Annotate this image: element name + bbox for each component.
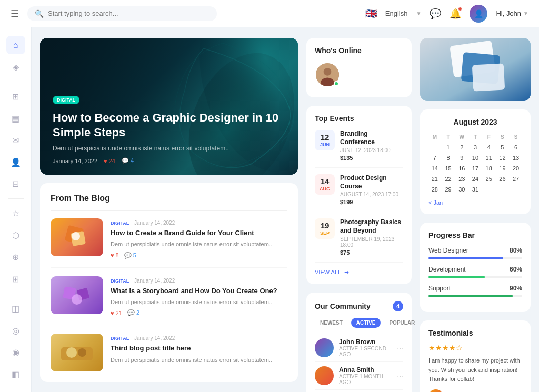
member-avatar (315, 366, 334, 385)
cal-day[interactable]: 11 (483, 153, 495, 163)
cal-day[interactable]: 14 (428, 164, 441, 173)
blog-item-title[interactable]: How to Create a Brand Guide for Your Cli… (111, 228, 287, 238)
cal-day[interactable]: 4 (483, 143, 495, 152)
cal-day[interactable]: 9 (455, 153, 468, 163)
blog-item-date: January 14, 2022 (134, 335, 175, 341)
member-options-icon[interactable]: ··· (397, 344, 403, 352)
cal-day[interactable]: 24 (469, 174, 482, 184)
blog-item-desc: Dem ut perspiciatis unde omnis iste natu… (111, 240, 287, 249)
search-input[interactable] (48, 9, 209, 17)
blog-comment-icon[interactable]: 💬 2 (127, 309, 139, 316)
hero-title: How to Become a Graphic Designer in 10 S… (53, 110, 285, 140)
language-flag: 🇬🇧 (365, 8, 377, 19)
sidebar-item-pin[interactable]: ⊕ (6, 248, 25, 266)
cal-header: W (455, 133, 468, 142)
sidebar-item-star[interactable]: ☆ (6, 204, 25, 223)
sidebar-item-home[interactable]: ⌂ (6, 36, 25, 54)
member-status: ACTIVE 1 MONTH AGO (339, 374, 392, 385)
blog-like-icon[interactable]: ♥ 21 (111, 310, 122, 316)
event-name[interactable]: Branding Conference (340, 130, 403, 146)
user-greeting-text: Hi, John (496, 9, 521, 17)
user-menu[interactable]: Hi, John ▼ (496, 9, 528, 17)
sidebar-item-search[interactable]: ◎ (6, 321, 25, 340)
cal-day[interactable]: 1 (442, 143, 455, 152)
menu-icon[interactable]: ☰ (11, 8, 19, 19)
nav-right: 🇬🇧 English ▼ 💬 🔔 👤 Hi, John ▼ (365, 5, 528, 23)
blog-item-title[interactable]: Third blog post title here (111, 344, 287, 353)
blog-comment-icon[interactable]: 💬 5 (124, 252, 136, 259)
blog-item-date: January 14, 2022 (134, 278, 175, 284)
event-meta: JUNE 12, 2023 18:00 (340, 147, 403, 153)
community-member: John Brown ACTIVE 1 SECOND AGO ··· (315, 334, 403, 362)
cal-day[interactable]: 17 (469, 164, 482, 173)
tab-popular[interactable]: POPULAR (384, 318, 420, 328)
cal-day[interactable]: 15 (442, 164, 455, 173)
sidebar-item-globe[interactable]: ◉ (6, 343, 25, 361)
sidebar-item-mail[interactable]: ✉ (6, 131, 25, 149)
cal-day[interactable]: 5 (496, 143, 509, 152)
sidebar-item-user[interactable]: 👤 (6, 153, 25, 171)
top-events-title: Top Events (315, 114, 403, 123)
cal-day[interactable]: 2 (455, 143, 468, 152)
language-label[interactable]: English (385, 9, 408, 17)
cal-day[interactable]: 23 (455, 174, 468, 184)
cal-day[interactable]: 27 (510, 174, 522, 184)
cal-day[interactable]: 22 (442, 174, 455, 184)
blog-item-desc: Dem ut perspiciatis unde omnis iste natu… (111, 356, 287, 365)
blog-divider (51, 210, 287, 211)
cal-day[interactable]: 10 (469, 153, 482, 163)
blog-item-meta: ♥ 21 💬 2 (111, 309, 287, 316)
event-name[interactable]: Photography Basics and Beyond (340, 218, 403, 235)
calendar-grid: M T W T F S S 1 2 3 4 5 6 7 8 9 (428, 133, 522, 194)
view-all-button[interactable]: VIEW ALL ➜ (315, 269, 403, 276)
sidebar-item-bag[interactable]: ◫ (6, 299, 25, 318)
cal-day[interactable]: 29 (442, 185, 455, 194)
cal-day[interactable]: 18 (483, 164, 495, 173)
calendar-prev-btn[interactable]: < Jan (428, 199, 443, 206)
cal-day[interactable]: 13 (510, 153, 522, 163)
cal-day[interactable]: 3 (469, 143, 482, 152)
sidebar-item-doc[interactable]: ◧ (6, 365, 25, 384)
blog-like-icon[interactable]: ♥ 8 (111, 252, 119, 258)
cal-day[interactable]: 19 (496, 164, 509, 173)
arrow-icon: ➜ (344, 269, 349, 276)
cal-day[interactable]: 6 (510, 143, 522, 152)
sidebar-item-grid[interactable]: ⊞ (6, 87, 25, 106)
messages-icon[interactable]: 💬 (430, 8, 441, 19)
sidebar-item-puzzle[interactable]: ⊟ (6, 175, 25, 193)
progress-item: Support 90% (428, 285, 522, 297)
calendar-month-title: August 2023 (428, 118, 522, 126)
blog-thumbnail-1 (51, 218, 103, 256)
cal-day[interactable]: 25 (483, 174, 495, 184)
progress-bar-bg (428, 295, 522, 297)
cal-day[interactable]: 30 (455, 185, 468, 194)
sidebar-item-tag[interactable]: ◈ (6, 57, 25, 76)
sidebar-divider-3 (8, 294, 24, 294)
notification-dot (458, 7, 462, 11)
notifications-icon[interactable]: 🔔 (450, 8, 461, 19)
tab-active[interactable]: ACTIVE (351, 318, 381, 328)
cal-day[interactable]: 12 (496, 153, 509, 163)
community-header: Our Community 4 (315, 301, 403, 311)
sidebar-item-apps[interactable]: ⊞ (6, 270, 25, 288)
event-name[interactable]: Product Design Course (340, 174, 403, 190)
cal-day[interactable]: 28 (428, 185, 441, 194)
tab-newest[interactable]: NEWEST (315, 318, 348, 328)
whos-online-widget: Who's Online (306, 38, 412, 97)
cal-day[interactable]: 26 (496, 174, 509, 184)
cal-day[interactable]: 20 (510, 164, 522, 173)
sidebar-divider (8, 82, 24, 82)
event-month: AUG (319, 186, 331, 192)
blog-item-title[interactable]: What Is a Storyboard and How Do You Crea… (111, 286, 287, 296)
cal-day[interactable]: 7 (428, 153, 441, 163)
sidebar-item-hex[interactable]: ⬡ (6, 226, 25, 245)
hero-meta: January 14, 2022 ♥ 24 💬 4 (53, 157, 285, 164)
member-options-icon[interactable]: ··· (397, 371, 403, 380)
sidebar-item-chart[interactable]: ▤ (6, 109, 25, 127)
cal-day[interactable]: 16 (455, 164, 468, 173)
cal-day[interactable]: 21 (428, 174, 441, 184)
cal-day[interactable]: 8 (442, 153, 455, 163)
progress-bar-widget: Progress Bar Web Designer 80% Developmen… (420, 223, 531, 312)
cal-day[interactable]: 31 (469, 185, 482, 194)
event-month: SEP (319, 230, 331, 236)
